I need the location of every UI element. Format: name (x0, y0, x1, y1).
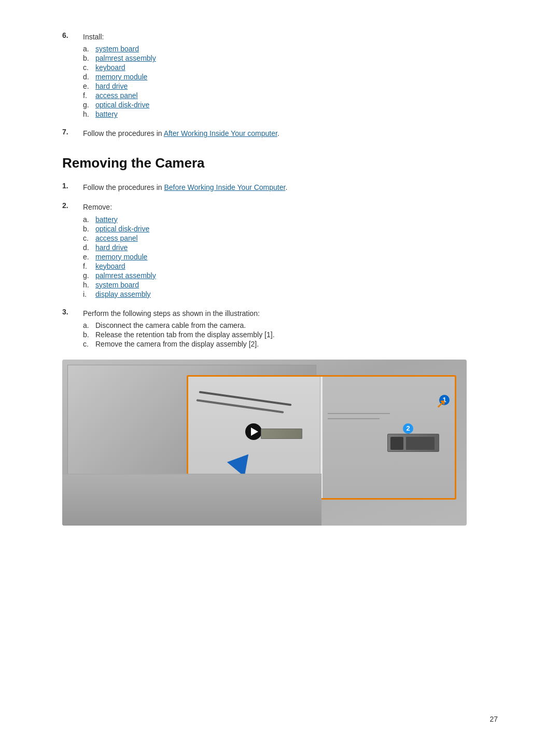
camera-step-3: 3. Perform the following steps as shown … (62, 308, 498, 349)
pcb-detail-2 (328, 418, 380, 419)
item-label-h: h. (83, 110, 95, 118)
list-item: e. memory module (83, 253, 498, 261)
camera-step-2-text: Remove: (83, 203, 112, 211)
item-label-g: g. (83, 271, 95, 280)
step-number-2-badge: 2 (403, 423, 413, 434)
camera-step-1-end: . (285, 183, 287, 191)
battery-link-2[interactable]: battery (95, 215, 118, 224)
hard-drive-link-2[interactable]: hard drive (95, 243, 128, 252)
palmrest-assembly-link-2[interactable]: palmrest assembly (95, 271, 156, 280)
item-label-a: a. (83, 45, 95, 53)
list-item: g. optical disk-drive (83, 101, 498, 109)
camera-step-2-number: 2. (62, 201, 83, 299)
item-label-d: d. (83, 243, 95, 252)
optical-disk-drive-link[interactable]: optical disk-drive (95, 101, 149, 109)
list-item: c. Remove the camera from the display as… (83, 340, 498, 348)
item-label-i: i. (83, 290, 95, 298)
list-item: b. palmrest assembly (83, 54, 498, 62)
camera-step-2-list: a. battery b. optical disk-drive c. acce… (83, 215, 498, 298)
camera-step-3-text: Perform the following steps as shown in … (83, 309, 260, 318)
item-label-d: d. (83, 73, 95, 81)
display-assembly-link[interactable]: display assembly (95, 290, 151, 298)
item-label-f: f. (83, 91, 95, 100)
access-panel-link[interactable]: access panel (95, 91, 138, 100)
list-item: f. keyboard (83, 262, 498, 270)
list-item: d. hard drive (83, 243, 498, 252)
hard-drive-link[interactable]: hard drive (95, 82, 128, 90)
step-7-number: 7. (62, 128, 83, 139)
list-item: a. Disconnect the camera cable from the … (83, 321, 498, 329)
list-item: h. system board (83, 281, 498, 289)
item-label-a: a. (83, 321, 95, 329)
item-label-c: c. (83, 340, 95, 348)
palmrest-assembly-link[interactable]: palmrest assembly (95, 54, 156, 62)
inset-right-panel: 2 1 ↗ (323, 377, 455, 498)
camera-step-3-number: 3. (62, 308, 83, 349)
item-label-g: g. (83, 101, 95, 109)
camera-step-1-text: Follow the procedures in (83, 183, 164, 191)
step-7-end: . (277, 129, 279, 137)
list-item: i. display assembly (83, 290, 498, 298)
memory-module-link[interactable]: memory module (95, 73, 147, 81)
angled-display-bg (62, 474, 321, 526)
optical-disk-drive-link-2[interactable]: optical disk-drive (95, 225, 149, 233)
before-working-link[interactable]: Before Working Inside Your Computer (164, 183, 285, 191)
battery-link[interactable]: battery (95, 110, 118, 118)
cable-representation (199, 391, 292, 406)
step-6-list: a. system board b. palmrest assembly c. … (83, 45, 498, 118)
camera-step-1-content: Follow the procedures in Before Working … (83, 182, 498, 193)
camera-chip-2 (406, 437, 435, 450)
list-item: f. access panel (83, 91, 498, 100)
step-6: 6. Install: a. system board b. palmrest … (62, 31, 498, 119)
sub-item-c-text: Remove the camera from the display assem… (95, 340, 259, 348)
item-label-c: c. (83, 234, 95, 242)
camera-illustration: 2 1 ↗ (62, 360, 467, 526)
list-item: a. system board (83, 45, 498, 53)
sub-item-a-text: Disconnect the camera cable from the cam… (95, 321, 246, 329)
step-6-number: 6. (62, 31, 83, 119)
list-item: b. Release the retention tab from the di… (83, 330, 498, 339)
step-7-content: Follow the procedures in After Working I… (83, 128, 498, 139)
item-label-c: c. (83, 63, 95, 72)
item-label-e: e. (83, 253, 95, 261)
camera-step-3-list: a. Disconnect the camera cable from the … (83, 321, 498, 348)
after-working-link[interactable]: After Working Inside Your computer (164, 129, 277, 137)
step-7-text: Follow the procedures in (83, 129, 164, 137)
keyboard-link-2[interactable]: keyboard (95, 262, 125, 270)
camera-module (387, 434, 439, 452)
list-item: g. palmrest assembly (83, 271, 498, 280)
list-item: a. battery (83, 215, 498, 224)
section-heading: Removing the Camera (62, 155, 498, 171)
item-label-f: f. (83, 262, 95, 270)
item-label-b: b. (83, 54, 95, 62)
list-item: c. keyboard (83, 63, 498, 72)
camera-step-2-content: Remove: a. battery b. optical disk-drive… (83, 201, 498, 299)
keyboard-link[interactable]: keyboard (95, 63, 125, 72)
step-6-text: Install: (83, 33, 104, 41)
item-label-e: e. (83, 82, 95, 90)
list-item: c. access panel (83, 234, 498, 242)
retention-tab-arrow: ↗ (436, 397, 445, 411)
sub-item-b-text: Release the retention tab from the displ… (95, 330, 275, 339)
list-item: d. memory module (83, 73, 498, 81)
circuit-detail (261, 429, 302, 439)
step-7: 7. Follow the procedures in After Workin… (62, 128, 498, 139)
system-board-link-2[interactable]: system board (95, 281, 139, 289)
list-item: e. hard drive (83, 82, 498, 90)
pcb-detail (328, 413, 390, 414)
list-item: b. optical disk-drive (83, 225, 498, 233)
illustration-background: 2 1 ↗ (62, 360, 467, 526)
camera-chip (390, 437, 403, 450)
system-board-link[interactable]: system board (95, 45, 139, 53)
memory-module-link-2[interactable]: memory module (95, 253, 147, 261)
item-label-b: b. (83, 225, 95, 233)
camera-step-2: 2. Remove: a. battery b. optical disk-dr… (62, 201, 498, 299)
page-number: 27 (489, 715, 498, 723)
camera-step-1: 1. Follow the procedures in Before Worki… (62, 182, 498, 193)
access-panel-link-2[interactable]: access panel (95, 234, 138, 242)
camera-step-3-content: Perform the following steps as shown in … (83, 308, 498, 349)
step-6-content: Install: a. system board b. palmrest ass… (83, 31, 498, 119)
play-circle-icon (245, 423, 262, 440)
play-triangle-icon (251, 428, 258, 436)
camera-step-1-number: 1. (62, 182, 83, 193)
